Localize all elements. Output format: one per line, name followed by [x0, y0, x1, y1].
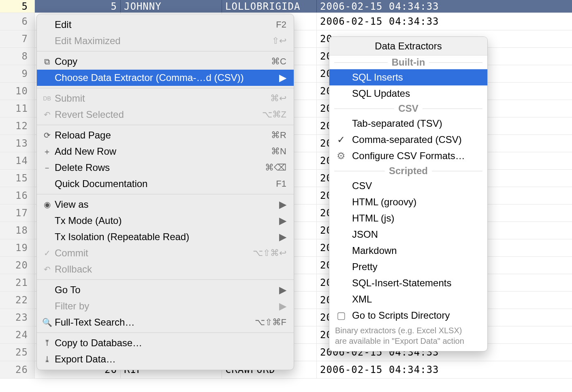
- menu-submit: DB Submit ⌘↩: [37, 90, 294, 107]
- extractor-html-groovy[interactable]: HTML (groovy): [329, 194, 487, 210]
- undo-icon: ↶: [41, 264, 53, 274]
- row-number: 14: [0, 152, 35, 169]
- chevron-right-icon: ▶: [269, 284, 286, 296]
- shortcut: ⌘R: [261, 130, 286, 141]
- extractor-sql-inserts[interactable]: SQL Inserts: [329, 69, 487, 85]
- row-number: 20: [0, 257, 35, 274]
- menu-view-as[interactable]: ◉ View as ▶: [37, 196, 294, 213]
- menu-edit[interactable]: Edit F2: [37, 17, 294, 33]
- row-number: 21: [0, 274, 35, 291]
- menu-full-text-search[interactable]: 🔍 Full-Text Search… ⌥⇧⌘F: [37, 314, 294, 330]
- go-to-scripts-directory[interactable]: ▢ Go to Scripts Directory: [329, 307, 487, 324]
- menu-filter-by: Filter by ▶: [37, 298, 294, 314]
- group-built-in: Built-in: [329, 55, 487, 69]
- row-number: 15: [0, 170, 35, 187]
- extractor-scripted-csv[interactable]: CSV: [329, 178, 487, 194]
- extractor-csv[interactable]: ✓ Comma-separated (CSV): [329, 132, 487, 148]
- extractor-html-js[interactable]: HTML (js): [329, 210, 487, 226]
- extractor-sql-updates[interactable]: SQL Updates: [329, 85, 487, 102]
- menu-separator: [37, 51, 294, 51]
- chevron-right-icon: ▶: [269, 300, 286, 312]
- menu-export-data[interactable]: ⤓ Export Data…: [37, 351, 294, 367]
- menu-add-row[interactable]: ＋ Add New Row ⌘N: [37, 143, 294, 160]
- menu-tx-mode[interactable]: Tx Mode (Auto) ▶: [37, 213, 294, 229]
- row-number: 11: [0, 100, 35, 117]
- cell-first-name[interactable]: JOHNNY: [121, 0, 222, 13]
- cell-id[interactable]: 5: [35, 0, 121, 13]
- cell-last-name[interactable]: LOLLOBRIGIDA: [222, 0, 317, 13]
- submenu-title: Data Extractors: [329, 37, 487, 55]
- group-csv: CSV: [329, 102, 487, 115]
- row-number: 18: [0, 222, 35, 239]
- menu-go-to[interactable]: Go To ▶: [37, 282, 294, 298]
- upload-icon: ⤒: [41, 338, 53, 348]
- check-icon: ✓: [336, 134, 346, 145]
- row-number: 6: [0, 13, 35, 30]
- row-number: 19: [0, 239, 35, 256]
- undo-icon: ↶: [41, 110, 53, 119]
- copy-icon: ⧉: [41, 57, 53, 66]
- shortcut: ⌘C: [261, 56, 286, 67]
- folder-icon: ▢: [336, 310, 346, 321]
- menu-separator: [37, 125, 294, 125]
- configure-csv-formats[interactable]: ⚙ Configure CSV Formats…: [329, 148, 487, 164]
- menu-separator: [37, 194, 294, 194]
- shortcut: ⌥⇧⌘↩: [243, 248, 286, 258]
- cell-timestamp[interactable]: 2006-02-15 04:34:33: [317, 13, 572, 30]
- extractor-sql-insert-statements[interactable]: SQL-Insert-Statements: [329, 275, 487, 291]
- menu-reload-page[interactable]: ⟳ Reload Page ⌘R: [37, 127, 294, 143]
- extractor-markdown[interactable]: Markdown: [329, 243, 487, 259]
- extractor-pretty[interactable]: Pretty: [329, 259, 487, 275]
- menu-edit-maximized: Edit Maximized ⇧↩: [37, 33, 294, 49]
- submenu-footer: Binary extractors (e.g. Excel XLSX) are …: [329, 324, 487, 350]
- plus-icon: ＋: [41, 146, 53, 157]
- menu-copy-to-database[interactable]: ⤒ Copy to Database…: [37, 335, 294, 351]
- row-number: 22: [0, 292, 35, 309]
- menu-separator: [37, 332, 294, 333]
- cell-timestamp[interactable]: 2006-02-15 04:34:33: [317, 0, 572, 13]
- refresh-icon: ⟳: [41, 130, 53, 140]
- shortcut: ⌘↩: [260, 93, 286, 104]
- row-number: 9: [0, 65, 35, 82]
- shortcut: ⌥⌘Z: [252, 109, 286, 120]
- extractor-json[interactable]: JSON: [329, 226, 487, 243]
- menu-separator: [37, 88, 294, 88]
- row-number: 24: [0, 326, 35, 343]
- menu-quick-doc[interactable]: Quick Documentation F1: [37, 176, 294, 192]
- chevron-right-icon: ▶: [269, 199, 286, 210]
- extractor-tsv[interactable]: Tab-separated (TSV): [329, 115, 487, 132]
- row-number: 5: [0, 0, 35, 13]
- download-icon: ⤓: [41, 354, 53, 364]
- shortcut: F2: [266, 19, 286, 30]
- search-icon: 🔍: [41, 317, 53, 327]
- row-number: 7: [0, 30, 35, 47]
- shortcut: ⌥⇧⌘F: [245, 317, 286, 328]
- menu-separator: [37, 279, 294, 280]
- menu-tx-isolation[interactable]: Tx Isolation (Repeatable Read) ▶: [37, 229, 294, 245]
- cell-timestamp[interactable]: 2006-02-15 04:34:33: [317, 361, 572, 378]
- row-number: 8: [0, 48, 35, 65]
- menu-commit: ✓ Commit ⌥⇧⌘↩: [37, 245, 294, 261]
- menu-revert-selected: ↶ Revert Selected ⌥⌘Z: [37, 107, 294, 123]
- row-number: 23: [0, 309, 35, 326]
- menu-copy[interactable]: ⧉ Copy ⌘C: [37, 53, 294, 70]
- row-number: 25: [0, 344, 35, 361]
- menu-choose-extractor[interactable]: Choose Data Extractor (Comma-…d (CSV)) ▶: [37, 70, 294, 86]
- extractor-xml[interactable]: XML: [329, 291, 487, 307]
- shortcut: ⇧↩: [262, 36, 286, 46]
- row-number: 26: [0, 361, 35, 378]
- shortcut: F1: [266, 179, 286, 189]
- context-menu: Edit F2 Edit Maximized ⇧↩ ⧉ Copy ⌘C Choo…: [36, 14, 294, 370]
- menu-delete-rows[interactable]: － Delete Rows ⌘⌫: [37, 160, 294, 176]
- shortcut: ⌘N: [261, 146, 286, 157]
- row-number: 17: [0, 205, 35, 222]
- sliders-icon: ⚙: [336, 150, 346, 162]
- table-header-row[interactable]: 5 5 JOHNNY LOLLOBRIGIDA 2006-02-15 04:34…: [0, 0, 572, 13]
- row-number: 12: [0, 117, 35, 134]
- group-scripted: Scripted: [329, 164, 487, 178]
- chevron-right-icon: ▶: [269, 215, 286, 226]
- shortcut: ⌘⌫: [255, 162, 286, 173]
- data-extractors-submenu: Data Extractors Built-in SQL Inserts SQL…: [329, 36, 488, 352]
- minus-icon: －: [41, 162, 53, 173]
- row-number: 13: [0, 135, 35, 152]
